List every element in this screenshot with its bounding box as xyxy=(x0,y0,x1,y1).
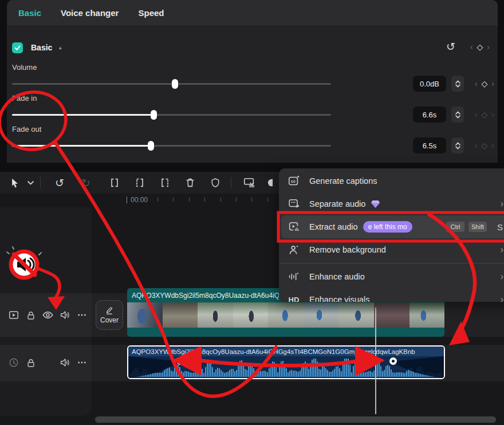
menu-item-label: Separate audio xyxy=(309,199,365,208)
fade-in-slider[interactable] xyxy=(12,114,331,116)
chevron-right-icon: › xyxy=(501,245,503,255)
delete-right-button[interactable] xyxy=(155,175,175,191)
keyframe-prev-icon[interactable]: ‹ xyxy=(475,141,478,150)
key-s: S xyxy=(491,222,504,232)
video-thumbnail xyxy=(304,302,339,328)
video-track-header xyxy=(0,293,92,337)
keyframe-diamond-icon[interactable]: ◇ xyxy=(477,42,483,52)
mark-button[interactable] xyxy=(206,175,225,191)
fade-in-slider-thumb[interactable] xyxy=(151,110,157,120)
keyframe-diamond-icon[interactable]: ◇ xyxy=(482,141,488,150)
fade-in-stepper[interactable] xyxy=(451,107,464,123)
menu-item-separate-audio[interactable]: Separate audio › xyxy=(279,192,504,215)
fade-out-keyframe-controls[interactable]: ‹ ◇ › xyxy=(475,139,494,152)
section-title: Basic xyxy=(31,43,52,52)
fade-in-value[interactable]: 6.6s xyxy=(413,107,446,123)
menu-item-label: Enhance visuals xyxy=(309,295,370,302)
cover-button[interactable]: Cover xyxy=(96,300,123,330)
keyframe-prev-icon[interactable]: ‹ xyxy=(475,79,478,88)
ruler-origin-mark xyxy=(127,196,127,203)
svg-text:cc: cc xyxy=(291,179,296,184)
properties-panel: Basic Voice changer Speed Basic ▲ ↺ ‹ ◇ … xyxy=(7,0,498,163)
keyframe-next-icon[interactable]: › xyxy=(491,79,494,88)
track-preview-icon[interactable] xyxy=(7,309,20,321)
enhance-audio-icon xyxy=(287,270,301,284)
muted-annotation-badge xyxy=(6,246,44,284)
tab-basic[interactable]: Basic xyxy=(18,8,41,18)
video-thumbnail xyxy=(374,302,410,328)
speaker-icon[interactable] xyxy=(58,356,71,369)
video-clip-thumbnails xyxy=(127,302,444,328)
tab-speed[interactable]: Speed xyxy=(138,8,164,18)
volume-stepper[interactable] xyxy=(451,76,464,92)
fade-in-label: Fade in xyxy=(12,94,37,103)
delete-button[interactable] xyxy=(180,175,200,191)
volume-value[interactable]: 0.0dB xyxy=(413,76,446,92)
video-thumbnail xyxy=(410,302,445,328)
keyframe-next-icon[interactable]: › xyxy=(491,141,494,150)
lock-icon[interactable] xyxy=(25,356,37,369)
extract-frame-button[interactable] xyxy=(239,175,259,191)
more-options-icon[interactable] xyxy=(76,309,88,321)
playhead[interactable] xyxy=(375,308,376,414)
fade-in-handle[interactable] xyxy=(176,357,184,365)
speaker-icon[interactable] xyxy=(58,309,71,321)
volume-keyframe-controls[interactable]: ‹ ◇ › xyxy=(475,77,494,90)
lock-icon[interactable] xyxy=(25,309,37,321)
volume-slider-thumb[interactable] xyxy=(172,79,178,89)
fade-out-handle[interactable] xyxy=(389,357,397,365)
eye-icon[interactable] xyxy=(41,309,54,321)
menu-item-remove-background[interactable]: Remove background › xyxy=(279,238,504,261)
basic-section-header: Basic ▲ ↺ ‹ ◇ › xyxy=(12,40,493,55)
menu-item-enhance-audio[interactable]: Enhance audio › xyxy=(279,265,504,288)
audio-track-header xyxy=(0,345,92,381)
ruler-time-label: 00:00 xyxy=(131,196,148,204)
horizontal-scrollbar[interactable] xyxy=(95,416,496,423)
keyframe-next-icon[interactable]: › xyxy=(491,110,494,119)
fade-out-slider[interactable] xyxy=(12,145,331,147)
keyframe-prev-icon[interactable]: ‹ xyxy=(475,110,478,119)
more-options-icon[interactable] xyxy=(76,356,88,369)
keyframe-controls[interactable]: ‹ ◇ › xyxy=(470,40,490,54)
key-shift: Shift xyxy=(468,222,487,232)
video-thumbnail xyxy=(338,302,374,328)
chevron-right-icon: › xyxy=(501,294,503,302)
fade-out-value[interactable]: 6.5s xyxy=(413,137,446,154)
collapse-caret-icon[interactable]: ▲ xyxy=(58,45,62,50)
split-button[interactable] xyxy=(105,175,124,191)
volume-slider[interactable] xyxy=(12,83,331,85)
video-thumbnail xyxy=(127,302,163,328)
premium-gem-icon xyxy=(371,200,380,208)
video-clip-footer xyxy=(127,328,444,337)
keyframe-next-icon[interactable]: › xyxy=(487,42,490,52)
menu-item-enhance-visuals[interactable]: HD Enhance visuals › xyxy=(279,288,504,302)
reset-icon[interactable]: ↺ xyxy=(446,40,455,54)
redo-button[interactable]: ↻ xyxy=(76,175,96,191)
delete-left-button[interactable] xyxy=(130,175,149,191)
keyframe-prev-icon[interactable]: ‹ xyxy=(470,42,473,52)
tab-voice-changer[interactable]: Voice changer xyxy=(61,8,119,18)
panel-tab-bar: Basic Voice changer Speed xyxy=(7,0,498,26)
fade-out-stepper[interactable] xyxy=(451,137,464,154)
menu-item-extract-audio[interactable]: Extract audio e left this mo Ctrl Shift … xyxy=(281,215,504,238)
toolbar-divider xyxy=(40,177,41,188)
toolbar-divider xyxy=(231,177,231,188)
select-cursor-button[interactable] xyxy=(5,175,24,191)
keyframe-diamond-icon[interactable]: ◇ xyxy=(482,79,488,88)
menu-item-label: Extract audio xyxy=(309,222,358,231)
hd-icon: HD xyxy=(287,293,301,302)
key-ctrl: Ctrl xyxy=(446,222,464,232)
chevron-right-icon: › xyxy=(501,271,503,282)
basic-section-checkbox[interactable] xyxy=(12,42,23,53)
cursor-mode-chevron-icon[interactable] xyxy=(24,175,37,191)
fade-out-slider-thumb[interactable] xyxy=(148,141,154,151)
remove-background-icon xyxy=(287,243,301,257)
undo-button[interactable]: ↺ xyxy=(50,175,69,191)
menu-item-generate-captions[interactable]: cc Generate captions xyxy=(279,170,504,192)
keyframe-diamond-icon[interactable]: ◇ xyxy=(482,110,488,119)
audio-clip[interactable]: AQPO3XYWdbSgi2il5m8qcOy8Uaazu-dtA6u4iQHG… xyxy=(127,345,445,379)
context-menu: cc Generate captions Separate audio › Ex… xyxy=(279,168,504,302)
extract-audio-icon xyxy=(287,220,301,234)
fade-in-keyframe-controls[interactable]: ‹ ◇ › xyxy=(475,108,494,121)
audio-track-icon[interactable] xyxy=(7,356,20,369)
